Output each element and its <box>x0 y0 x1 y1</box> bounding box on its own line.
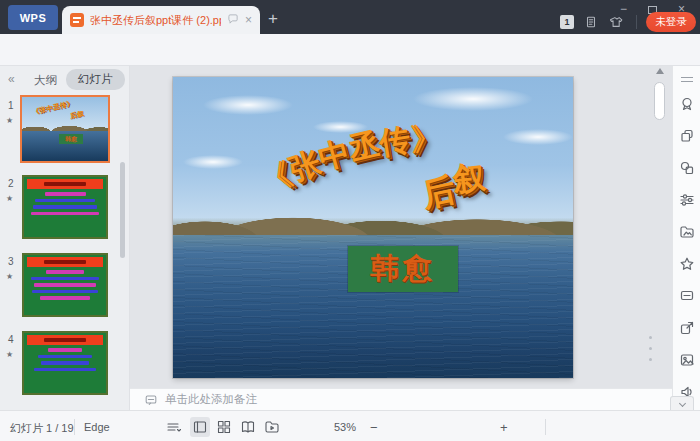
canvas-scrollbar-thumb[interactable] <box>654 82 665 120</box>
slide-thumbnail-4[interactable] <box>22 331 108 395</box>
wps-logo[interactable]: WPS <box>8 5 58 30</box>
slide-thumbnail-1[interactable]: 《张中丞传》 后叙 韩愈 <box>22 97 108 161</box>
thumb-author: 韩愈 <box>65 135 77 144</box>
thumb-text-line <box>48 348 82 352</box>
shapes-icon[interactable] <box>679 160 695 176</box>
comment-panel-icon[interactable] <box>679 288 695 304</box>
slide-thumbnail-3[interactable] <box>22 253 108 317</box>
statusbar: 幻灯片 1 / 19 Edge 53% − + 完整显示，精彩继续… Downy… <box>0 410 700 441</box>
thumb-4-number: 4 <box>8 334 14 345</box>
mode-label: Edge <box>84 421 110 433</box>
author-name: 韩愈 <box>370 249 436 289</box>
star-favorites-icon[interactable] <box>679 256 695 272</box>
doc-list-icon[interactable] <box>584 15 598 33</box>
thumb-header-bar <box>27 179 103 189</box>
thumb-text-line <box>34 283 96 287</box>
tab-close-icon[interactable]: × <box>245 13 252 27</box>
notes-bubble-icon <box>144 393 158 407</box>
document-tab-title: 张中丞传后叙ppt课件 (2).ppt <box>90 13 221 28</box>
tab-outline[interactable]: 大纲 <box>34 73 57 88</box>
thumb-text-line <box>40 296 89 300</box>
tab-slides[interactable]: 幻灯片 <box>66 69 125 90</box>
thumb-2-animation-star-icon: ★ <box>6 194 13 203</box>
share-icon[interactable] <box>679 320 695 336</box>
layout-icon[interactable] <box>679 128 695 144</box>
scroll-up-arrow[interactable] <box>656 68 664 74</box>
resource-folder-icon[interactable] <box>679 224 695 240</box>
thumb-author-box: 韩愈 <box>59 134 83 144</box>
view-sorter-button[interactable] <box>216 419 232 439</box>
slide-1-canvas[interactable]: 《张中丞传》 后叙 韩愈 <box>173 77 573 378</box>
zoom-out-button[interactable]: − <box>370 420 378 435</box>
right-toolbar <box>672 66 700 410</box>
new-tab-button[interactable]: + <box>268 10 278 27</box>
titlebar-divider <box>636 15 637 29</box>
thumb-header-bar <box>27 335 103 345</box>
notes-placeholder: 单击此处添加备注 <box>165 392 257 407</box>
thumb-text-line <box>31 212 98 216</box>
thumb-text-line <box>32 290 98 294</box>
view-normal-button[interactable] <box>190 417 210 437</box>
panel-scrollbar[interactable] <box>120 162 125 258</box>
thumb-text-line <box>34 368 96 372</box>
doc-count-badge[interactable]: 1 <box>560 15 574 29</box>
thumb-text-line <box>31 277 100 281</box>
ribbon: 文件 开始 插入 设计 切换 动画 幻灯片放映 审阅 查找命令、搜索模板 ? <box>0 34 700 66</box>
thumb-4-animation-star-icon: ★ <box>6 350 13 359</box>
minimize-button[interactable]: − <box>620 2 627 16</box>
thumb-3-animation-star-icon: ★ <box>6 272 13 281</box>
skin-icon[interactable] <box>610 15 624 33</box>
image-panel-icon[interactable] <box>679 352 695 368</box>
thumb-header-bar <box>27 257 103 267</box>
scrollbar-dot <box>649 336 652 339</box>
thumb-text-line <box>46 270 84 274</box>
notes-toggle-button[interactable] <box>166 419 182 439</box>
thumb-3-number: 3 <box>8 256 14 267</box>
login-button[interactable]: 未登录 <box>646 12 696 32</box>
thumb-2-number: 2 <box>8 178 14 189</box>
author-textbox[interactable]: 韩愈 <box>348 246 458 292</box>
thumb-1-number: 1 <box>8 100 14 111</box>
collapse-bar-button[interactable] <box>670 396 694 410</box>
smart-beautify-icon[interactable] <box>679 96 695 112</box>
scrollbar-dot <box>649 358 652 361</box>
ppt-file-icon <box>70 13 84 27</box>
document-tab[interactable]: 张中丞传后叙ppt课件 (2).ppt × <box>62 6 260 34</box>
thumb-text-line <box>38 355 92 359</box>
thumb-text-line <box>35 199 94 203</box>
slides-panel: « 大纲 幻灯片 1 ★ 《张中丞传》 后叙 韩愈 2 ★ 3 ★ <box>0 66 130 410</box>
toolbar-handle-icon[interactable] <box>681 74 693 85</box>
thumb-text-line <box>33 205 97 209</box>
status-divider <box>74 419 75 435</box>
panel-collapse-button[interactable]: « <box>8 72 15 86</box>
properties-sliders-icon[interactable] <box>679 192 695 208</box>
scrollbar-dot <box>649 347 652 350</box>
thumb-text-line <box>45 192 86 196</box>
titlebar: WPS 张中丞传后叙ppt课件 (2).ppt × + − × 1 未登录 <box>0 0 700 34</box>
comment-bubble-icon[interactable] <box>227 13 239 28</box>
slideshow-setup-button[interactable] <box>264 419 280 439</box>
view-reading-button[interactable] <box>240 419 256 439</box>
wps-window: WPS 张中丞传后叙ppt课件 (2).ppt × + − × 1 未登录 文件 <box>0 0 700 441</box>
status-divider <box>545 419 546 435</box>
zoom-level[interactable]: 53% <box>334 421 356 433</box>
thumb-1-animation-star-icon: ★ <box>6 116 13 125</box>
zoom-in-button[interactable]: + <box>500 420 508 435</box>
slide-thumbnail-2[interactable] <box>22 175 108 239</box>
slide-counter: 幻灯片 1 / 19 <box>10 421 74 436</box>
slide-hills-photo <box>173 189 573 241</box>
notes-bar[interactable]: 单击此处添加备注 <box>130 388 672 410</box>
thumb-text-line <box>41 361 89 365</box>
